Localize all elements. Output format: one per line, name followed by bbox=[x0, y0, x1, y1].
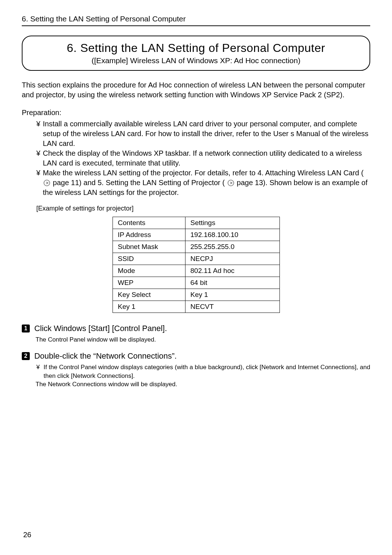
table-cell-value: 64 bit bbox=[185, 277, 279, 289]
table-cell-key: SSID bbox=[113, 253, 185, 265]
table-row: Mode802.11 Ad hoc bbox=[113, 265, 279, 277]
table-row: Subnet Mask255.255.255.0 bbox=[113, 241, 279, 253]
table-cell-key: Subnet Mask bbox=[113, 241, 185, 253]
chapter-title: 6. Setting the LAN Setting of Personal C… bbox=[30, 41, 362, 55]
page-ref-arrow-icon bbox=[44, 180, 50, 186]
step-title: Double-click the “Network Connections”. bbox=[34, 351, 177, 360]
step-note: If the Control Panel window displays cat… bbox=[36, 363, 370, 380]
table-cell-key: Key 1 bbox=[113, 301, 185, 313]
step-number-badge: 2 bbox=[22, 352, 30, 360]
projector-settings-table: ContentsSettings IP Address192.168.100.1… bbox=[113, 217, 280, 313]
page-number: 26 bbox=[23, 531, 31, 539]
preparation-label: Preparation: bbox=[22, 109, 370, 117]
step-description: The Control Panel window will be display… bbox=[36, 335, 370, 344]
page-ref-arrow-icon bbox=[228, 180, 234, 186]
table-cell-key: Key Select bbox=[113, 289, 185, 301]
intro-paragraph: This section explains the procedure for … bbox=[22, 80, 370, 100]
step-description: If the Control Panel window displays cat… bbox=[36, 363, 370, 389]
table-cell-value: NECPJ bbox=[185, 253, 279, 265]
table-cell-value: 255.255.255.0 bbox=[185, 241, 279, 253]
preparation-list: Install a commercially available wireles… bbox=[22, 119, 370, 197]
preparation-item-text: page 11) and 5. Setting the LAN Setting … bbox=[53, 179, 225, 187]
table-cell-value: Settings bbox=[185, 217, 279, 229]
running-header: 6. Setting the LAN Setting of Personal C… bbox=[22, 15, 370, 26]
preparation-item: Make the wireless LAN setting of the pro… bbox=[36, 168, 370, 197]
table-cell-value: NECVT bbox=[185, 301, 279, 313]
preparation-item-text: Make the wireless LAN setting of the pro… bbox=[43, 169, 364, 177]
table-row: Key SelectKey 1 bbox=[113, 289, 279, 301]
table-cell-key: Contents bbox=[113, 217, 185, 229]
chapter-subtitle: ([Example] Wireless LAN of Windows XP: A… bbox=[30, 56, 362, 65]
step-number-badge: 1 bbox=[22, 325, 30, 332]
step: 1 Click Windows [Start] [Control Panel]. bbox=[22, 324, 370, 333]
step-note: The Network Connections window will be d… bbox=[36, 380, 370, 389]
table-row: Key 1NECVT bbox=[113, 301, 279, 313]
running-header-text: 6. Setting the LAN Setting of Personal C… bbox=[22, 15, 186, 23]
step-note: The Control Panel window will be display… bbox=[36, 335, 370, 344]
table-row: ContentsSettings bbox=[113, 217, 279, 229]
example-settings-label: [Example of settings for projector] bbox=[36, 205, 370, 212]
table-cell-value: 192.168.100.10 bbox=[185, 229, 279, 241]
table-cell-key: IP Address bbox=[113, 229, 185, 241]
table-cell-value: 802.11 Ad hoc bbox=[185, 265, 279, 277]
table-row: IP Address192.168.100.10 bbox=[113, 229, 279, 241]
preparation-item: Check the display of the Windows XP task… bbox=[36, 148, 370, 168]
table-cell-value: Key 1 bbox=[185, 289, 279, 301]
chapter-title-box: 6. Setting the LAN Setting of Personal C… bbox=[22, 36, 370, 71]
step-title: Click Windows [Start] [Control Panel]. bbox=[34, 324, 167, 333]
table-cell-key: WEP bbox=[113, 277, 185, 289]
table-cell-key: Mode bbox=[113, 265, 185, 277]
table-row: WEP64 bit bbox=[113, 277, 279, 289]
preparation-item: Install a commercially available wireles… bbox=[36, 119, 370, 148]
table-row: SSIDNECPJ bbox=[113, 253, 279, 265]
step: 2 Double-click the “Network Connections”… bbox=[22, 351, 370, 361]
